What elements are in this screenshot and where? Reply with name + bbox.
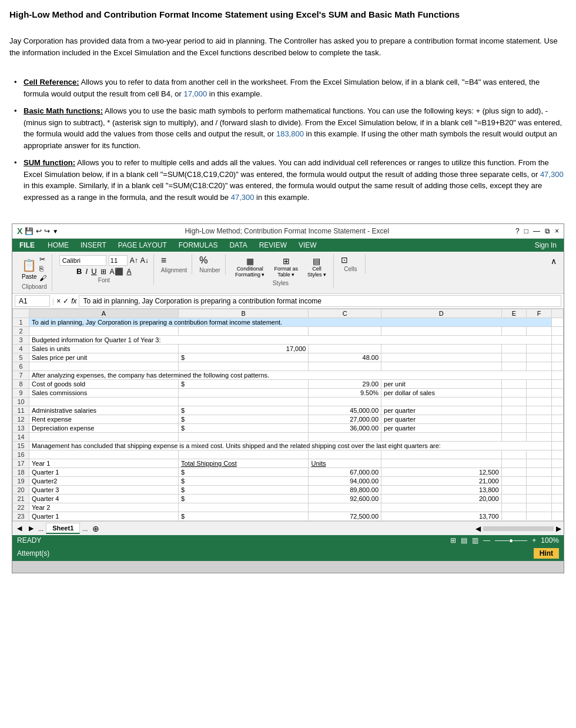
border-icon[interactable]: ⊞ <box>101 268 106 276</box>
cell-b8[interactable]: $ <box>179 380 309 389</box>
font-color-icon[interactable]: A <box>127 268 132 276</box>
cell-b20[interactable]: $ <box>179 486 309 495</box>
col-header-e[interactable]: E <box>501 309 527 318</box>
col-header-f[interactable]: F <box>527 309 552 318</box>
view-menu[interactable]: VIEW <box>293 239 323 252</box>
cell-d20[interactable]: 13,800 <box>381 486 501 495</box>
file-menu[interactable]: FILE <box>12 239 42 252</box>
cell-a17[interactable]: Year 1 <box>29 459 179 468</box>
cell-c12[interactable]: 27,000.00 <box>309 415 381 424</box>
cell-a2[interactable] <box>29 327 179 336</box>
grid-view-icon[interactable]: ⊞ <box>450 536 456 545</box>
cell-a4[interactable]: Sales in units <box>29 345 179 353</box>
zoom-increase-icon[interactable]: + <box>532 536 536 545</box>
cell-b18[interactable]: $ <box>179 468 309 477</box>
cell-d21[interactable]: 20,000 <box>381 495 501 503</box>
sheet-ellipsis[interactable]: ... <box>38 525 43 532</box>
insert-menu[interactable]: INSERT <box>75 239 112 252</box>
restore-icon[interactable]: □ <box>524 227 528 235</box>
font-name-input[interactable] <box>59 255 106 266</box>
cell-b17[interactable]: Total Shipping Cost <box>179 459 309 468</box>
cell-b4[interactable]: 17,000 <box>179 345 309 353</box>
col-header-b[interactable]: B <box>179 309 309 318</box>
cell-c9[interactable]: 9.50% <box>309 389 381 398</box>
cell-a11[interactable]: Administrative salaries <box>29 406 179 415</box>
signin-button[interactable]: Sign In <box>528 239 564 252</box>
close-icon[interactable]: × <box>555 227 559 235</box>
page-break-icon[interactable]: ▥ <box>472 536 478 545</box>
sheet-tab-sheet1[interactable]: Sheet1 <box>46 523 80 534</box>
cell-c23[interactable]: 72,500.00 <box>309 512 381 521</box>
cell-d12[interactable]: per quarter <box>381 415 501 424</box>
review-menu[interactable]: REVIEW <box>253 239 293 252</box>
cell-a8[interactable]: Cost of goods sold <box>29 380 179 389</box>
cell-a3[interactable]: Budgeted information for Quarter 1 of Ye… <box>29 336 552 345</box>
col-header-c[interactable]: C <box>309 309 381 318</box>
cells-icon[interactable]: ⊡ <box>341 255 348 265</box>
cell-a23[interactable]: Quarter 1 <box>29 512 179 521</box>
cancel-formula-icon[interactable]: × <box>56 297 61 305</box>
scroll-bar[interactable] <box>483 526 554 531</box>
ribbon-collapse-icon[interactable]: ∧ <box>548 254 559 268</box>
cell-a12[interactable]: Rent expense <box>29 415 179 424</box>
zoom-slider[interactable]: ——●—— <box>495 536 527 545</box>
cell-b11[interactable]: $ <box>179 406 309 415</box>
cell-a21[interactable]: Quarter 4 <box>29 495 179 503</box>
cell-c21[interactable]: 92,600.00 <box>309 495 381 503</box>
conditional-formatting-button[interactable]: ▦ ConditionalFormatting ▾ <box>233 255 267 279</box>
page-layout-menu[interactable]: PAGE LAYOUT <box>112 239 173 252</box>
cell-a15[interactable]: Management has concluded that shipping e… <box>29 442 552 450</box>
underline-button[interactable]: U <box>91 267 96 276</box>
quick-access-dropdown[interactable]: ▼ <box>52 228 58 235</box>
cut-icon[interactable]: ✂ <box>39 255 46 263</box>
cell-a7[interactable]: After analyzing expenses, the company ha… <box>29 371 552 380</box>
percent-icon[interactable]: % <box>199 255 207 266</box>
format-as-table-button[interactable]: ⊞ Format asTable ▾ <box>272 255 300 279</box>
cell-c19[interactable]: 94,000.00 <box>309 477 381 486</box>
scroll-right-icon[interactable]: ▶ <box>556 525 561 533</box>
cell-c8[interactable]: 29.00 <box>309 380 381 389</box>
cell-a9[interactable]: Sales commissions <box>29 389 179 398</box>
save-icon[interactable]: 💾 <box>25 227 34 235</box>
add-sheet-button[interactable]: ⊕ <box>90 524 102 533</box>
col-header-a[interactable]: A <box>29 309 179 318</box>
formulas-menu[interactable]: FORMULAS <box>173 239 224 252</box>
hint-button[interactable]: Hint <box>534 548 559 559</box>
sheet-nav-right[interactable]: ▶ <box>26 523 36 533</box>
insert-function-icon[interactable]: fx <box>71 297 76 305</box>
cell-a18[interactable]: Quarter 1 <box>29 468 179 477</box>
cell-c20[interactable]: 89,800.00 <box>309 486 381 495</box>
sheet-nav-left[interactable]: ◀ <box>15 523 24 533</box>
cell-d11[interactable]: per quarter <box>381 406 501 415</box>
data-menu[interactable]: DATA <box>223 239 253 252</box>
confirm-formula-icon[interactable]: ✓ <box>63 297 69 305</box>
cell-c5[interactable]: 48.00 <box>309 353 381 362</box>
font-size-down-icon[interactable]: A↓ <box>140 256 149 265</box>
font-size-input[interactable] <box>109 255 128 266</box>
cell-c17[interactable]: Units <box>309 459 381 468</box>
italic-button[interactable]: I <box>86 267 88 276</box>
cell-d19[interactable]: 21,000 <box>381 477 501 486</box>
cell-reference-box[interactable] <box>15 295 50 307</box>
cell-c13[interactable]: 36,000.00 <box>309 424 381 433</box>
cell-b5[interactable]: $ <box>179 353 309 362</box>
cell-a22[interactable]: Year 2 <box>29 503 179 512</box>
redo-icon[interactable]: ↪ <box>44 227 50 235</box>
scroll-left-icon[interactable]: ◀ <box>475 525 481 533</box>
cell-b23[interactable]: $ <box>179 512 309 521</box>
cell-d9[interactable]: per dollar of sales <box>381 389 501 398</box>
font-size-up-icon[interactable]: A↑ <box>130 256 138 265</box>
fill-color-icon[interactable]: A⬛ <box>110 268 123 276</box>
col-header-d[interactable]: D <box>381 309 501 318</box>
maximize-icon[interactable]: ⧉ <box>545 227 550 235</box>
format-painter-icon[interactable]: 🖌 <box>39 274 46 282</box>
minimize-icon[interactable]: — <box>533 227 540 235</box>
copy-icon[interactable]: ⎘ <box>39 265 46 273</box>
cell-c18[interactable]: 67,000.00 <box>309 468 381 477</box>
cell-a5[interactable]: Sales price per unit <box>29 353 179 362</box>
align-icon[interactable]: ≡ <box>161 255 166 266</box>
bold-button[interactable]: B <box>76 267 82 276</box>
cell-a20[interactable]: Quarter 3 <box>29 486 179 495</box>
sheet-tab-ellipsis2[interactable]: ... <box>82 525 88 532</box>
cell-d8[interactable]: per unit <box>381 380 501 389</box>
